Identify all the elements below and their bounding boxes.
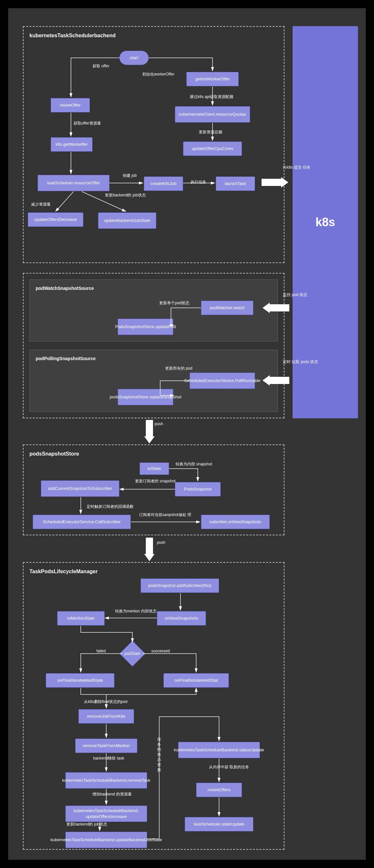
flowchart-canvas: k8s kubernetesTaskSchedulerbachend start… [0,0,374,868]
node-callSubscriber: ScheduledExecutorService.CallSubcriber [33,515,131,529]
lbl: 从内存中获 取新的任务 [209,765,249,770]
node-onFinalNondeletedStat: onFinalNondeletedStat [163,673,229,688]
lbl: backend移除 task [93,756,124,761]
node-updateOfferCpuCores: updateOfferCpuCores [183,142,242,156]
node-toMerlionState: toMerlionState [57,611,104,625]
lbl: 增加backend 的资源量 [92,792,132,797]
node-addCurrentSnapshot: addCurrentSnapshotToSubscriber [41,480,119,497]
node-subcriberOnNew: subcriber.onNewSnapshots [201,515,270,529]
node-onFinalNondeletedState: onFinalNondeletedState [46,673,115,688]
lbl: 更新资源总额 [199,130,222,135]
group-title: podsSnapshotStore [29,451,79,457]
lbl: 任 务 的 状 态 更 新 [157,737,161,773]
node-reviveOffers: reviveOffers [196,783,242,797]
subgroup-title: podWatchSnapshotSource [36,286,94,291]
lbl: 转换为merlion 内部状态 [115,609,157,614]
outer-container: k8s kubernetesTaskSchedulerbachend start… [8,8,366,860]
node-podState: podState [119,641,146,667]
arrow-from-k8s-poll [270,377,289,384]
node-scheduledPoll: ScheduledExecutorSevice.PollRunnable [190,373,255,389]
lbl: successed [151,649,170,654]
lbl: push [157,540,165,546]
node-updateBackendJobState: updateBackendJobState [98,212,156,229]
lbl: 执行任务 [191,180,206,185]
lbl: 获取 offer [93,64,109,69]
node-updateOffersIncrease: kubernetesTaskScheduleBackend. updateOff… [65,806,147,822]
lbl: 创建 job [123,173,137,179]
node-resourceOffer: taskScheduer.resourceOffer [38,175,110,191]
node-stateUpdate: taskScheduler.stateUpdate [185,817,253,831]
group-title: TaskPodsLifecycleManager [29,569,98,575]
lbl: 更新backend的 job状态 [105,193,146,198]
lbl: 初始化workerOffer [142,72,174,77]
node-resourceQuotas: kubernerneteClient.resourceQuotas [175,106,250,123]
group-lifecycle-manager: TaskPodsLifecycleManager [23,562,284,850]
arrow-push-1 [146,420,153,436]
lbl: 获取offer资源量 [73,121,101,126]
lbl: failed [96,649,106,654]
lbl: 订阅者对当前sanpshot做处 理 [139,513,191,518]
lbl: 更新backend的 job状态 [66,822,107,827]
node-start: start [119,51,149,65]
lbl: 更新单个pod状态 [159,301,189,306]
lbl: push [155,422,163,427]
node-removeTask: kubernetesTaskScheduleBackend.removeTask [65,772,147,788]
node-removeJobFromK8s: removeJobFromK8s [79,709,134,723]
node-getInitWorkerOffer: getInitWorkerOffer [186,72,239,86]
node-updatePod: PodsSnaptshotStore.updatePod [118,319,173,335]
node-podWatcherWatch: podWatcher.watch [201,301,253,315]
node-updateOffersDecrease: updateOffersDecrease [28,212,83,227]
subgroup-title: podPollingSnapshotSource [36,356,96,361]
node-getWorkeffer: k8s.getWorkeffer [51,137,93,152]
node-createK8sJob: createK8sJob [144,177,183,191]
lbl: 减少资源量 [31,202,51,207]
node-toState: toState [139,462,169,475]
node-statusUpdate: kubernetesTaskScheduleBackend.statusUpda… [178,742,260,758]
lbl: 通过k8s api获取资源配额 [190,94,233,100]
node-launchTask: launchTask [216,177,255,191]
node-podsSnapshot: PodsSnapshot [175,482,221,496]
arrow-push-2 [146,537,153,554]
lbl: 更新所有的 pod [165,366,192,371]
node-removeTaskFromMerlion: removeTaskFromMerlion [75,739,137,753]
arrow-to-k8s [261,179,281,186]
lbl: 向k8s 提交 任务 [283,165,311,170]
node-addSubscriber: podsSnapshot.addSubcriber(this) [141,579,219,593]
lbl: 转换为内部 snapshot [176,462,212,467]
node-updateBackendJobState2: kubernetesTaskScheduleBackend.updateBack… [65,832,147,848]
lbl: 定时触发订阅者的回调函数 [87,504,134,509]
node-replaceSnapshot: podsSnaptshotStore.replaceSnapshot [118,389,173,405]
lbl: 定时 拉取 pods 状态 [283,360,318,365]
node-reviveOffer: reviveOffer [51,98,90,113]
arrow-from-k8s-watch [270,304,289,311]
lbl: 监控 pod 状态 [283,292,307,298]
node-onNewSnapshots: onNewSnapshots [157,611,206,625]
lbl: 更新订阅者的 snapshot [135,479,176,484]
lbl: 从k8s删除final状态的pod [84,700,127,705]
group-title: kubernetesTaskSchedulerbachend [29,33,116,38]
